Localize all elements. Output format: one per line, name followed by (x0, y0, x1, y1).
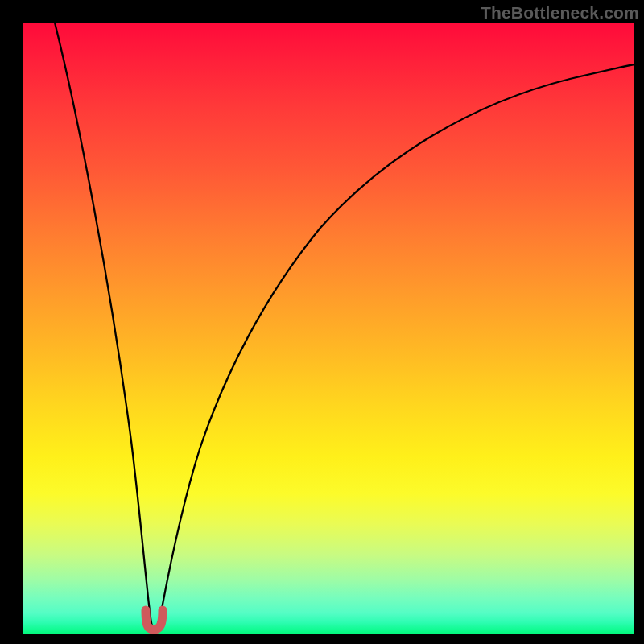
chart-frame: TheBottleneck.com (0, 0, 644, 644)
brand-link-text: TheBottleneck.com (481, 3, 639, 22)
chart-plot-area (23, 23, 634, 634)
minimum-marker-icon (146, 610, 163, 630)
bottleneck-curve (55, 23, 634, 629)
brand-link[interactable]: TheBottleneck.com (481, 3, 639, 23)
chart-svg (23, 23, 634, 634)
